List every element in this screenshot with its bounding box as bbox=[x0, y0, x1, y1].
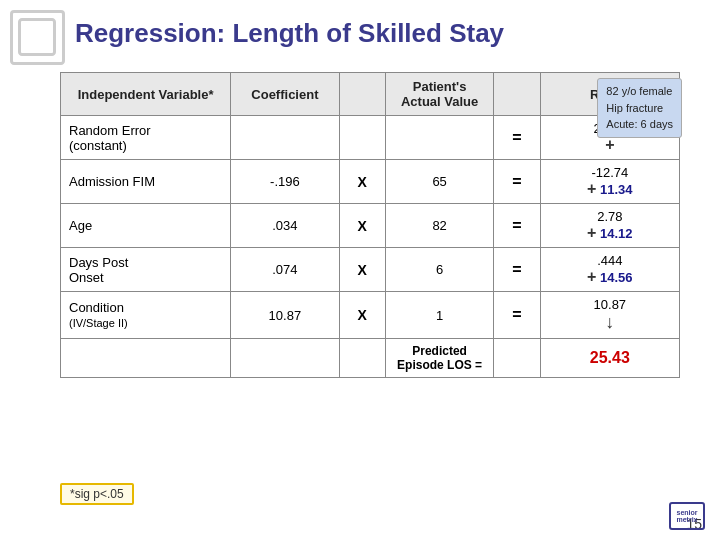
page-title: Regression: Length of Skilled Stay bbox=[75, 18, 504, 49]
eq-admission-fim: = bbox=[494, 160, 540, 204]
var-condition: Condition(IV/Stage II) bbox=[61, 292, 231, 339]
logo-area: seniormetrix bbox=[669, 502, 705, 530]
main-table-area: Independent Variable* Coefficient Patien… bbox=[60, 72, 680, 510]
coeff-days-post-onset: .074 bbox=[231, 248, 339, 292]
var-age: Age bbox=[61, 204, 231, 248]
mult-condition: X bbox=[339, 292, 385, 339]
patient-val-admission-fim: 65 bbox=[385, 160, 493, 204]
table-row: Random Error(constant) = 24.08 + bbox=[61, 116, 680, 160]
tooltip-line2: Hip fracture bbox=[606, 102, 663, 114]
footer-empty-2 bbox=[339, 339, 385, 378]
result-age: 2.78 + 14.12 bbox=[540, 204, 679, 248]
result-condition: 10.87 ↓ bbox=[540, 292, 679, 339]
header-coefficient: Coefficient bbox=[231, 73, 339, 116]
var-random-error: Random Error(constant) bbox=[61, 116, 231, 160]
mult-days-post-onset: X bbox=[339, 248, 385, 292]
patient-val-random-error bbox=[385, 116, 493, 160]
down-arrow: ↓ bbox=[605, 312, 614, 332]
patient-val-days-post-onset: 6 bbox=[385, 248, 493, 292]
logo-box: seniormetrix bbox=[669, 502, 705, 530]
plus-sign-0: + bbox=[605, 136, 614, 153]
result-admission-fim: -12.74 + 11.34 bbox=[540, 160, 679, 204]
plus-sign-3: + bbox=[587, 268, 596, 285]
header-independent-variable: Independent Variable* bbox=[61, 73, 231, 116]
plus-sign-2: + bbox=[587, 224, 596, 241]
mult-random-error bbox=[339, 116, 385, 160]
eq-condition: = bbox=[494, 292, 540, 339]
cumulative-2: 14.12 bbox=[600, 226, 633, 241]
coeff-admission-fim: -.196 bbox=[231, 160, 339, 204]
cumulative-3: 14.56 bbox=[600, 270, 633, 285]
table-footer-row: Predicted Episode LOS = 25.43 bbox=[61, 339, 680, 378]
cumulative-1: 11.34 bbox=[600, 182, 633, 197]
tooltip-line1: 82 y/o female bbox=[606, 85, 672, 97]
patient-val-condition: 1 bbox=[385, 292, 493, 339]
plus-sign-1: + bbox=[587, 180, 596, 197]
footer-empty-1 bbox=[231, 339, 339, 378]
header-patient-value: Patient's Actual Value bbox=[385, 73, 493, 116]
table-row: Age .034 X 82 = 2.78 + 14.12 bbox=[61, 204, 680, 248]
table-row: Condition(IV/Stage II) 10.87 X 1 = 10.87… bbox=[61, 292, 680, 339]
predicted-label: Predicted Episode LOS = bbox=[385, 339, 493, 378]
eq-days-post-onset: = bbox=[494, 248, 540, 292]
deco-inner bbox=[18, 18, 56, 56]
page-container: Regression: Length of Skilled Stay 82 y/… bbox=[0, 0, 720, 540]
eq-random-error: = bbox=[494, 116, 540, 160]
var-days-post-onset: Days PostOnset bbox=[61, 248, 231, 292]
eq-age: = bbox=[494, 204, 540, 248]
var-admission-fim: Admission FIM bbox=[61, 160, 231, 204]
coeff-random-error bbox=[231, 116, 339, 160]
mult-admission-fim: X bbox=[339, 160, 385, 204]
predicted-value: 25.43 bbox=[540, 339, 679, 378]
sig-note: *sig p<.05 bbox=[60, 483, 134, 505]
table-row: Admission FIM -.196 X 65 = -12.74 + 11.3… bbox=[61, 160, 680, 204]
deco-squares bbox=[10, 10, 65, 65]
logo-text: seniormetrix bbox=[676, 509, 697, 523]
result-days-post-onset: .444 + 14.56 bbox=[540, 248, 679, 292]
header-eq bbox=[494, 73, 540, 116]
table-header-row: Independent Variable* Coefficient Patien… bbox=[61, 73, 680, 116]
table-row: Days PostOnset .074 X 6 = .444 + 14.56 bbox=[61, 248, 680, 292]
coeff-age: .034 bbox=[231, 204, 339, 248]
coeff-condition: 10.87 bbox=[231, 292, 339, 339]
footer-empty-3 bbox=[494, 339, 540, 378]
tooltip-line3: Acute: 6 days bbox=[606, 118, 673, 130]
patient-val-age: 82 bbox=[385, 204, 493, 248]
tooltip-box: 82 y/o female Hip fracture Acute: 6 days bbox=[597, 78, 682, 138]
regression-table: Independent Variable* Coefficient Patien… bbox=[60, 72, 680, 378]
mult-age: X bbox=[339, 204, 385, 248]
footer-sig bbox=[61, 339, 231, 378]
header-mult bbox=[339, 73, 385, 116]
